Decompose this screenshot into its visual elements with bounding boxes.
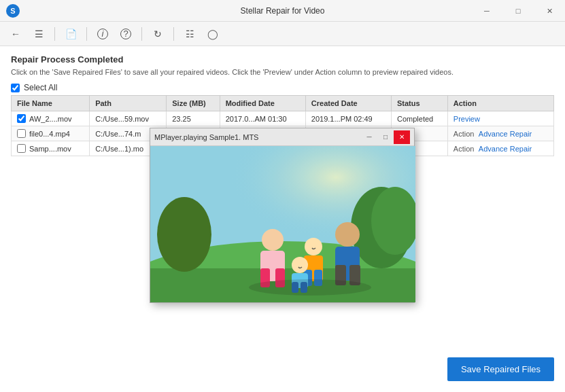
row1-modified: 2017.0...AM 01:30 <box>220 111 305 126</box>
row1-action: Preview <box>447 111 553 126</box>
header-status: Status <box>391 96 447 111</box>
select-all-checkbox[interactable] <box>11 84 20 92</box>
advance-repair-link-3[interactable]: Advance Repair <box>479 145 532 153</box>
table-row: AW_2....mov C:/Use...59.mov 23.25 2017.0… <box>12 111 554 126</box>
document-icon: 📄 <box>65 29 77 39</box>
svg-text:S: S <box>10 7 15 15</box>
cart-icon: ☷ <box>186 29 194 39</box>
save-repaired-files-button[interactable]: Save Repaired Files <box>447 357 554 381</box>
header-modified: Modified Date <box>220 96 305 111</box>
refresh-button[interactable]: ↻ <box>148 24 168 44</box>
row1-size: 23.25 <box>167 111 220 126</box>
window-controls: ─ □ ✕ <box>471 0 565 22</box>
cart-button[interactable]: ☷ <box>179 24 200 44</box>
info-icon: i <box>97 29 108 39</box>
media-video-area <box>150 146 415 302</box>
media-minimize-button[interactable]: ─ <box>361 130 377 144</box>
row2-action: Action Advance Repair <box>447 126 553 141</box>
help-button[interactable]: ? <box>116 24 136 44</box>
table-header-labels: File Name Path Size (MB) Modified Date C… <box>12 96 554 111</box>
media-player-window: MPlayer.playing Sample1. MTS ─ □ ✕ <box>150 128 415 303</box>
media-close-button[interactable]: ✕ <box>394 130 410 144</box>
advance-repair-link-2[interactable]: Advance Repair <box>479 130 532 138</box>
separator-4 <box>173 27 174 41</box>
preview-link[interactable]: Preview <box>453 115 480 123</box>
repair-header: Repair Process Completed Click on the 'S… <box>11 54 554 77</box>
row2-checkbox[interactable] <box>17 129 26 138</box>
close-button[interactable]: ✕ <box>534 0 565 22</box>
media-maximize-button[interactable]: □ <box>377 130 394 144</box>
menu-button[interactable]: ☰ <box>29 24 49 44</box>
media-player-title: MPlayer.playing Sample1. MTS <box>154 133 361 141</box>
document-button[interactable]: 📄 <box>61 24 81 44</box>
title-bar: S Stellar Repair for Video ─ □ ✕ <box>0 0 565 22</box>
media-player-titlebar: MPlayer.playing Sample1. MTS ─ □ ✕ <box>150 128 414 146</box>
select-all-label[interactable]: Select All <box>24 83 57 92</box>
separator-3 <box>141 27 142 41</box>
info-button[interactable]: i <box>92 24 113 44</box>
row3-filename: Samp....mov <box>12 141 90 156</box>
header-created: Created Date <box>305 96 391 111</box>
header-size: Size (MB) <box>167 96 220 111</box>
select-all-row: Select All <box>11 83 554 92</box>
separator-2 <box>86 27 87 41</box>
repair-description: Click on the 'Save Repaired Files' to sa… <box>11 67 500 77</box>
svg-rect-26 <box>150 146 415 302</box>
header-filename: File Name <box>12 96 90 111</box>
row2-filename: file0...4.mp4 <box>12 126 90 141</box>
row3-action: Action Advance Repair <box>447 141 553 156</box>
menu-icon: ☰ <box>35 29 44 39</box>
maximize-button[interactable]: □ <box>502 0 534 22</box>
row1-path: C:/Use...59.mov <box>90 111 167 126</box>
row1-status: Completed <box>391 111 447 126</box>
refresh-icon: ↻ <box>154 29 162 39</box>
header-action: Action <box>447 96 553 111</box>
row1-filename: AW_2....mov <box>12 111 90 126</box>
header-path: Path <box>90 96 167 111</box>
row1-checkbox[interactable] <box>17 114 26 123</box>
window-title: Stellar Repair for Video <box>241 6 325 16</box>
help-icon: ? <box>120 29 131 39</box>
app-logo: S <box>5 3 20 18</box>
row3-checkbox[interactable] <box>17 144 26 153</box>
user-button[interactable]: ◯ <box>203 24 223 44</box>
main-content: Repair Process Completed Click on the 'S… <box>0 46 565 392</box>
separator-1 <box>54 27 55 41</box>
row1-created: 2019.1...PM 02:49 <box>305 111 391 126</box>
back-icon: ← <box>11 29 20 39</box>
minimize-button[interactable]: ─ <box>471 0 502 22</box>
back-button[interactable]: ← <box>5 24 26 44</box>
repair-title: Repair Process Completed <box>11 54 554 65</box>
user-icon: ◯ <box>207 29 218 39</box>
family-photo <box>150 146 415 302</box>
toolbar: ← ☰ 📄 i ? ↻ ☷ ◯ <box>0 22 565 46</box>
